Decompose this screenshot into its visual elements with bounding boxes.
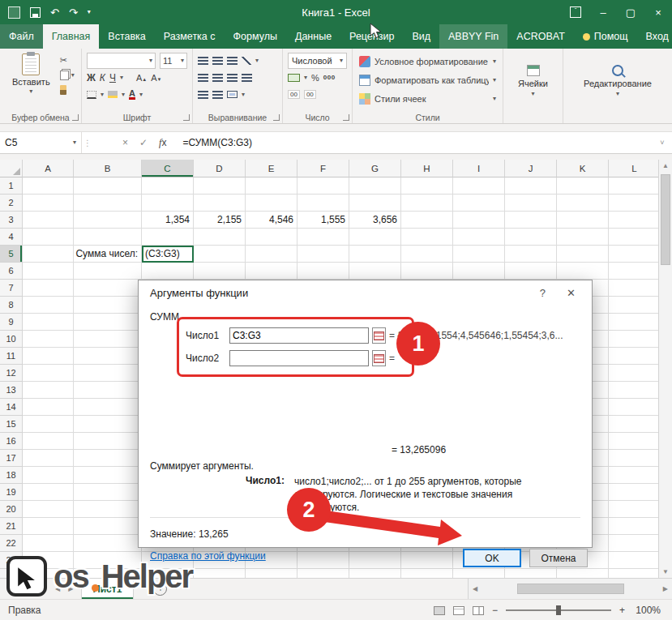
number-format-select[interactable]: Числовой▾ bbox=[288, 53, 347, 69]
cell-B19[interactable] bbox=[74, 484, 142, 501]
cell-L22[interactable] bbox=[609, 535, 661, 552]
cell-H24[interactable] bbox=[401, 569, 453, 578]
grow-font-button[interactable]: А▲ bbox=[136, 73, 147, 83]
cell-L2[interactable] bbox=[609, 195, 661, 212]
font-color-button[interactable]: А bbox=[129, 89, 135, 100]
chevron-down-icon[interactable]: ▾ bbox=[101, 92, 104, 98]
decrease-decimal-button[interactable]: 00 bbox=[304, 90, 316, 99]
tab-insert[interactable]: Вставка bbox=[99, 24, 154, 49]
tab-home[interactable]: Главная bbox=[43, 24, 100, 49]
merge-center-icon[interactable] bbox=[227, 91, 238, 98]
comma-style-button[interactable]: 000 bbox=[323, 74, 336, 81]
column-header-B[interactable]: B bbox=[74, 160, 142, 177]
tab-abbyy-finereader[interactable]: ABBYY Fin bbox=[439, 24, 507, 49]
cell-H2[interactable] bbox=[401, 195, 453, 212]
tab-file[interactable]: Файл bbox=[0, 24, 43, 49]
row-header-6[interactable]: 6 bbox=[0, 263, 23, 280]
cell-D24[interactable] bbox=[194, 569, 246, 578]
cell-A2[interactable] bbox=[23, 195, 74, 212]
cell-B9[interactable] bbox=[74, 314, 142, 331]
dialog-launcher-icon[interactable] bbox=[72, 114, 79, 121]
cell-L7[interactable] bbox=[609, 280, 661, 297]
cell-F3[interactable]: 1,555 bbox=[297, 212, 349, 229]
cell-J6[interactable] bbox=[505, 263, 557, 280]
redo-icon[interactable]: ↷ bbox=[69, 7, 78, 18]
column-header-A[interactable]: A bbox=[23, 160, 74, 177]
row-header-18[interactable]: 18 bbox=[0, 467, 23, 484]
column-header-K[interactable]: K bbox=[557, 160, 609, 177]
cell-H6[interactable] bbox=[401, 263, 453, 280]
excel-app-icon[interactable] bbox=[8, 6, 20, 19]
save-icon[interactable] bbox=[30, 7, 41, 18]
cell-C4[interactable] bbox=[142, 229, 194, 246]
cell-L9[interactable] bbox=[609, 314, 661, 331]
cell-A17[interactable] bbox=[23, 450, 74, 467]
cell-I24[interactable] bbox=[453, 569, 505, 578]
cell-A7[interactable] bbox=[23, 280, 74, 297]
cell-E6[interactable] bbox=[246, 263, 297, 280]
copy-button[interactable]: ▾ bbox=[60, 69, 75, 81]
font-size-select[interactable]: 11▾ bbox=[160, 53, 187, 69]
cell-J3[interactable] bbox=[505, 212, 557, 229]
cell-K4[interactable] bbox=[557, 229, 609, 246]
cell-F24[interactable] bbox=[297, 569, 349, 578]
cell-C6[interactable] bbox=[142, 263, 194, 280]
cancel-button[interactable]: Отмена bbox=[529, 549, 588, 567]
row-header-9[interactable]: 9 bbox=[0, 314, 23, 331]
cell-F6[interactable] bbox=[297, 263, 349, 280]
name-box[interactable]: C5 ▾ bbox=[0, 132, 82, 153]
ribbon-display-options-icon[interactable]: ˆ bbox=[562, 0, 589, 24]
cell-L11[interactable] bbox=[609, 348, 661, 365]
cell-I4[interactable] bbox=[453, 229, 505, 246]
cell-I6[interactable] bbox=[453, 263, 505, 280]
cell-D6[interactable] bbox=[194, 263, 246, 280]
cell-A9[interactable] bbox=[23, 314, 74, 331]
cell-L13[interactable] bbox=[609, 382, 661, 399]
expand-formula-bar-icon[interactable]: ˅ bbox=[653, 132, 672, 153]
cell-A16[interactable] bbox=[23, 433, 74, 450]
format-painter-button[interactable] bbox=[60, 83, 75, 96]
cell-E3[interactable]: 4,546 bbox=[246, 212, 297, 229]
column-header-J[interactable]: J bbox=[505, 160, 557, 177]
align-bottom-icon[interactable] bbox=[227, 57, 238, 65]
percent-style-button[interactable]: % bbox=[311, 73, 319, 83]
cell-B6[interactable] bbox=[74, 263, 142, 280]
align-middle-icon[interactable] bbox=[212, 57, 223, 65]
cell-A8[interactable] bbox=[23, 297, 74, 314]
cell-G24[interactable] bbox=[349, 569, 401, 578]
format-as-table-button[interactable]: Форматировать как таблицу ▾ bbox=[355, 71, 500, 89]
cut-button[interactable]: ✂ bbox=[60, 54, 75, 66]
tab-tell-me[interactable]: Помощ bbox=[574, 24, 637, 49]
cell-H23[interactable] bbox=[401, 552, 453, 569]
cell-B7[interactable] bbox=[74, 280, 142, 297]
cell-F2[interactable] bbox=[297, 195, 349, 212]
cell-B20[interactable] bbox=[74, 501, 142, 518]
row-header-8[interactable]: 8 bbox=[0, 297, 23, 314]
cell-B18[interactable] bbox=[74, 467, 142, 484]
row-header-7[interactable]: 7 bbox=[0, 280, 23, 297]
dialog-launcher-icon[interactable] bbox=[273, 114, 280, 121]
cell-G6[interactable] bbox=[349, 263, 401, 280]
cell-A6[interactable] bbox=[23, 263, 74, 280]
underline-button[interactable]: Ч bbox=[109, 72, 116, 83]
chevron-down-icon[interactable]: ▾ bbox=[120, 75, 123, 81]
cell-G2[interactable] bbox=[349, 195, 401, 212]
cell-G3[interactable]: 3,656 bbox=[349, 212, 401, 229]
align-right-icon[interactable] bbox=[227, 74, 238, 82]
cell-A22[interactable] bbox=[23, 535, 74, 552]
cell-F4[interactable] bbox=[297, 229, 349, 246]
row-header-17[interactable]: 17 bbox=[0, 450, 23, 467]
scroll-down-icon[interactable]: ▼ bbox=[662, 568, 669, 575]
chevron-down-icon[interactable]: ▾ bbox=[255, 58, 259, 64]
decrease-indent-icon[interactable] bbox=[198, 91, 208, 99]
cell-L20[interactable] bbox=[609, 501, 661, 518]
row-header-20[interactable]: 20 bbox=[0, 501, 23, 518]
cell-L21[interactable] bbox=[609, 518, 661, 535]
column-header-G[interactable]: G bbox=[349, 160, 401, 177]
cell-styles-button[interactable]: Стили ячеек ▾ bbox=[355, 89, 500, 108]
cell-L4[interactable] bbox=[609, 229, 661, 246]
cell-I1[interactable] bbox=[453, 177, 505, 195]
cell-B16[interactable] bbox=[74, 433, 142, 450]
vertical-scroll-thumb[interactable] bbox=[661, 174, 670, 265]
cell-B4[interactable] bbox=[74, 229, 142, 246]
